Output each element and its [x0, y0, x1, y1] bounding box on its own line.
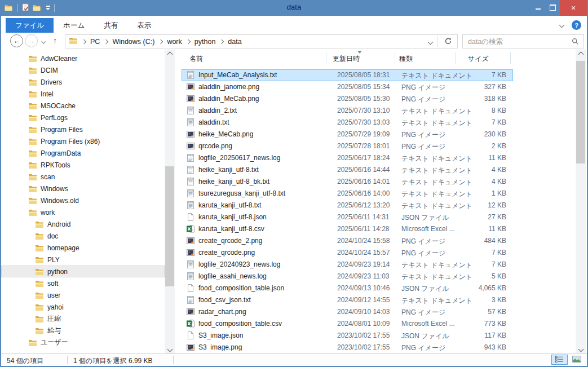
sidebar-scrollbar[interactable] — [165, 50, 175, 354]
column-header-size[interactable]: サイズ — [468, 54, 489, 64]
forward-icon: → — [28, 37, 35, 45]
table-row[interactable]: aladdin_2.txt2025/07/30 13:10テキスト ドキュメント… — [182, 105, 513, 117]
column-header-name[interactable]: 名前 — [189, 54, 203, 64]
explorer-window: data × ファイルホーム共有表示 ? ← → ↑ PCWindows (C:… — [0, 0, 588, 367]
sidebar-item-work[interactable]: work — [1, 206, 165, 218]
sidebar-item-Program Files[interactable]: Program Files — [1, 123, 165, 135]
table-row[interactable]: karuta_kanji_utf-8.csv2025/06/11 14:28Mi… — [182, 223, 513, 235]
file-name: karuta_kanji_utf-8.csv — [198, 225, 264, 233]
table-row[interactable]: tsurezuregusa_kanji_utf-8.txt2025/06/16 … — [182, 188, 513, 200]
details-view-button[interactable] — [551, 355, 568, 365]
address-dropdown-icon[interactable] — [428, 39, 434, 45]
table-row[interactable]: food_composition_table.json2024/09/13 10… — [182, 282, 513, 294]
table-row[interactable]: heike_MeCab.png2025/07/29 19:09PNG イメージ2… — [182, 129, 513, 140]
sidebar-item-Program Files (x86)[interactable]: Program Files (x86) — [1, 135, 165, 147]
column-separator[interactable] — [395, 52, 395, 64]
maximize-button[interactable] — [545, 0, 560, 15]
column-separator[interactable] — [326, 52, 326, 64]
tab-home[interactable]: ホーム — [54, 18, 94, 33]
table-row[interactable]: S3_image.json2023/10/02 17:55JSON ファイル11… — [182, 330, 513, 342]
sidebar-item-PLY[interactable]: PLY — [1, 254, 165, 266]
breadcrumb-item[interactable]: work — [167, 38, 182, 46]
scrollbar-thumb[interactable] — [165, 166, 174, 286]
table-row[interactable]: aladdin_MeCab.png2025/08/05 15:30PNG イメー… — [182, 93, 513, 105]
scroll-up-icon[interactable] — [576, 50, 586, 59]
refresh-icon[interactable] — [444, 37, 452, 47]
tab-share[interactable]: 共有 — [94, 18, 127, 33]
scroll-down-icon[interactable] — [576, 344, 586, 354]
back-button[interactable]: ← — [10, 34, 23, 47]
scroll-down-icon[interactable] — [165, 344, 175, 354]
breadcrumb-item[interactable]: python — [194, 38, 216, 46]
table-row[interactable]: create_qrcode.png2024/10/24 15:57PNG イメー… — [182, 247, 513, 259]
sidebar-item-ユーザー[interactable]: ユーザー — [1, 337, 165, 348]
table-row[interactable]: aladdin.txt2025/07/30 13:03テキスト ドキュメント7 … — [182, 117, 513, 129]
sidebar-item-Windows[interactable]: Windows — [1, 183, 165, 194]
sidebar-item-label: homepage — [47, 244, 79, 252]
sidebar-item-Windows.old[interactable]: Windows.old — [1, 194, 165, 206]
table-row[interactable]: food_csv_json.txt2024/09/12 14:55テキスト ドキ… — [182, 294, 513, 306]
sidebar-item-Android[interactable]: Android — [1, 218, 165, 230]
table-row[interactable]: food_composition_table.csv2024/08/01 10:… — [182, 318, 513, 330]
table-row[interactable]: S3_image.png2023/10/02 17:55PNG イメージ943 … — [182, 342, 513, 351]
sidebar-item-homepage[interactable]: homepage — [1, 242, 165, 254]
sidebar-item-yahoi[interactable]: yahoi — [1, 301, 165, 313]
column-separator[interactable] — [510, 52, 511, 64]
forward-button[interactable]: → — [25, 34, 38, 47]
help-icon[interactable]: ? — [572, 20, 581, 30]
thumbnails-view-button[interactable] — [568, 355, 585, 365]
search-box[interactable]: dataの検索 — [462, 34, 584, 48]
table-row[interactable]: qrcode.png2025/07/28 18:01PNG イメージ2 KB — [182, 140, 513, 152]
column-header-date[interactable]: 更新日時 — [333, 54, 360, 64]
folder-icon — [28, 149, 37, 158]
sidebar-item-PerfLogs[interactable]: PerfLogs — [1, 112, 165, 123]
sidebar-item-doc[interactable]: doc — [1, 230, 165, 242]
sidebar-item-soft[interactable]: soft — [1, 277, 165, 289]
table-row[interactable]: heike_kanji_utf-8.txt2025/06/16 14:44テキス… — [182, 164, 513, 176]
sidebar-item-圧縮[interactable]: 圧縮 — [1, 313, 165, 325]
scroll-up-icon[interactable] — [165, 50, 175, 59]
table-row[interactable]: logfile_asahi_news.log2024/09/23 11:03テキ… — [182, 271, 513, 282]
column-header-type[interactable]: 種類 — [399, 54, 413, 64]
sidebar-item-RPKTools[interactable]: RPKTools — [1, 159, 165, 171]
table-row[interactable]: radar_chart.png2024/09/10 14:03PNG イメージ5… — [182, 306, 513, 318]
sidebar-item-DCIM[interactable]: DCIM — [1, 64, 165, 76]
sidebar-item-AdwCleaner[interactable]: AdwCleaner — [1, 52, 165, 64]
sidebar-item-MSOCache[interactable]: MSOCache — [1, 100, 165, 112]
breadcrumb-item[interactable]: data — [228, 38, 241, 46]
up-button[interactable]: ↑ — [53, 36, 57, 45]
sidebar-item-ProgramData[interactable]: ProgramData — [1, 147, 165, 159]
table-row[interactable]: aladdin_janome.png2025/08/05 15:34PNG イメ… — [182, 81, 513, 93]
table-row[interactable]: karuta_kanji_utf-8.json2025/06/11 14:31J… — [182, 211, 513, 223]
breadcrumb-item[interactable]: PC — [90, 38, 100, 46]
table-row[interactable]: create_qrcode_2.png2024/10/24 15:58PNG イ… — [182, 235, 513, 247]
recent-locations-icon[interactable] — [41, 39, 46, 43]
search-input[interactable]: dataの検索 — [468, 37, 503, 47]
address-bar[interactable]: PCWindows (C:)workpythondata — [65, 34, 458, 48]
text-file-icon — [186, 177, 195, 186]
tab-view[interactable]: 表示 — [127, 18, 161, 33]
sidebar-item-python[interactable]: python — [1, 266, 165, 277]
breadcrumb-item[interactable]: Windows (C:) — [112, 38, 154, 46]
table-row[interactable]: karuta_kanji_utf-8.txt2025/06/12 13:20テキ… — [182, 200, 513, 211]
scrollbar-thumb[interactable] — [576, 61, 585, 163]
minimize-button[interactable] — [530, 0, 545, 15]
sidebar-item-Drivers[interactable]: Drivers — [1, 76, 165, 88]
file-size: 4,065 KB — [446, 284, 506, 292]
table-row[interactable]: heike_kanji_utf-8_bk.txt2025/06/16 14:01… — [182, 176, 513, 188]
table-row[interactable]: logfile_20240923_news.log2024/09/23 19:1… — [182, 259, 513, 271]
sidebar-item-Intel[interactable]: Intel — [1, 88, 165, 100]
close-button[interactable]: × — [560, 0, 587, 16]
file-date: 2024/10/24 15:57 — [337, 249, 390, 257]
column-separator[interactable] — [456, 52, 456, 64]
sidebar-item-user[interactable]: user — [1, 289, 165, 301]
sidebar-item-給与[interactable]: 給与 — [1, 325, 165, 337]
tab-file[interactable]: ファイル — [6, 18, 54, 33]
list-scrollbar[interactable] — [576, 50, 586, 354]
sidebar-item-scan[interactable]: scan — [1, 171, 165, 183]
search-icon[interactable] — [572, 38, 579, 47]
expand-ribbon-icon[interactable] — [559, 23, 565, 28]
file-type: PNG イメージ — [401, 95, 445, 104]
table-row[interactable]: Input_MeCab_Analysis.txt2025/08/05 18:31… — [182, 69, 513, 81]
table-row[interactable]: logfile_20250617_news.log2025/06/17 18:2… — [182, 152, 513, 164]
